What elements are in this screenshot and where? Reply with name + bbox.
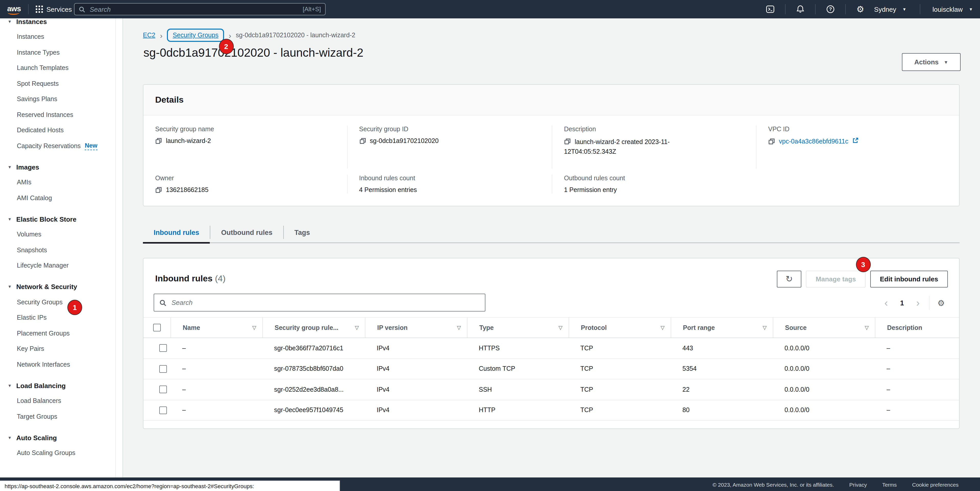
filter-icon[interactable]: ▽ <box>661 325 665 330</box>
row-checkbox[interactable] <box>159 386 167 394</box>
sidebar-item-elastic-ips[interactable]: Elastic IPs <box>0 310 123 325</box>
filter-icon[interactable]: ▽ <box>457 325 461 330</box>
grid-icon <box>36 6 43 13</box>
page-number[interactable]: 1 <box>894 299 910 307</box>
next-page-icon[interactable]: › <box>910 298 926 308</box>
edit-inbound-rules-button[interactable]: Edit inbound rules <box>870 271 948 287</box>
services-menu-button[interactable]: Services <box>36 5 72 13</box>
chevron-down-icon: ▼ <box>944 59 948 65</box>
tab-bar: Inbound rules Outbound rules Tags <box>143 222 959 243</box>
copy-icon[interactable] <box>155 137 162 145</box>
rules-search-box[interactable] <box>154 293 485 311</box>
account-menu[interactable]: louiscklaw ▼ <box>932 5 973 13</box>
column-header-protocol[interactable]: Protocol▽ <box>569 318 671 338</box>
breadcrumb-link-security-groups[interactable]: Security Groups <box>173 32 218 39</box>
column-header-description[interactable]: Description <box>875 318 959 338</box>
table-row[interactable]: – sgr-0ec0ee957f1049745 IPv4 HTTP TCP 80… <box>143 400 959 421</box>
terms-link[interactable]: Terms <box>882 481 897 488</box>
vpc-link[interactable]: vpc-0a4a3c86ebfd9611c <box>779 138 848 145</box>
column-header-source[interactable]: Source▽ <box>773 318 875 338</box>
region-selector[interactable]: Sydney ▼ <box>874 5 907 13</box>
copy-icon[interactable] <box>359 137 366 145</box>
sidebar-item-target-groups[interactable]: Target Groups <box>0 409 123 424</box>
search-input[interactable] <box>89 5 299 14</box>
filter-icon[interactable]: ▽ <box>558 325 563 330</box>
chevron-down-icon: ▼ <box>902 7 907 11</box>
divider <box>929 296 929 310</box>
sidebar-item-reserved-instances[interactable]: Reserved Instances <box>0 107 123 123</box>
sidebar-item-instance-types[interactable]: Instance Types <box>0 45 123 60</box>
refresh-button[interactable]: ↻ <box>777 271 801 287</box>
tab-inbound-rules[interactable]: Inbound rules <box>143 222 210 242</box>
field-vpc-id: VPC ID vpc-0a4a3c86ebfd9611c <box>756 126 958 169</box>
select-all-checkbox[interactable] <box>153 324 161 332</box>
sidebar-item-spot-requests[interactable]: Spot Requests <box>0 76 123 91</box>
sidebar-item-dedicated-hosts[interactable]: Dedicated Hosts <box>0 123 123 138</box>
column-header-port-range[interactable]: Port range▽ <box>671 318 773 338</box>
sidebar-item-placement-groups[interactable]: Placement Groups <box>0 325 123 341</box>
column-header-name[interactable]: Name▽ <box>170 318 262 338</box>
sidebar-item-launch-templates[interactable]: Launch Templates <box>0 60 123 76</box>
chevron-down-icon: ▼ <box>8 435 12 440</box>
column-header-ip-version[interactable]: IP version▽ <box>365 318 467 338</box>
region-label: Sydney <box>874 5 896 13</box>
filter-icon[interactable]: ▽ <box>865 325 869 330</box>
sidebar-item-amis[interactable]: AMIs <box>0 175 123 190</box>
column-header-rule-id[interactable]: Security group rule...▽ <box>262 318 365 338</box>
cookie-preferences-link[interactable]: Cookie preferences <box>912 481 959 488</box>
row-checkbox[interactable] <box>159 407 167 414</box>
filter-icon[interactable]: ▽ <box>355 325 359 330</box>
row-checkbox[interactable] <box>159 344 167 352</box>
copy-icon[interactable] <box>768 138 775 145</box>
sidebar-section-elastic-block-store[interactable]: ▼ Elastic Block Store <box>0 211 123 227</box>
copy-icon[interactable] <box>155 187 162 193</box>
external-link-icon[interactable] <box>853 137 859 145</box>
divider <box>815 4 815 14</box>
copy-icon[interactable] <box>564 138 571 145</box>
filter-icon[interactable]: ▽ <box>763 325 767 330</box>
notifications-bell-icon[interactable] <box>792 5 808 14</box>
sidebar-item-capacity-reservations[interactable]: Capacity Reservations New <box>0 138 123 154</box>
previous-page-icon[interactable]: ‹ <box>878 298 894 308</box>
sidebar-section-images[interactable]: ▼ Images <box>0 159 123 175</box>
sidebar-item-savings-plans[interactable]: Savings Plans <box>0 91 123 107</box>
privacy-link[interactable]: Privacy <box>850 481 867 488</box>
sidebar-item-load-balancers[interactable]: Load Balancers <box>0 393 123 409</box>
tab-tags[interactable]: Tags <box>284 222 321 242</box>
table-row[interactable]: – sgr-0be366f77a20716c1 IPv4 HTTPS TCP 4… <box>143 338 959 359</box>
global-search-box[interactable]: [Alt+S] <box>74 3 325 15</box>
table-row[interactable]: – sgr-0252d2ee3d8a0a8... IPv4 SSH TCP 22… <box>143 379 959 400</box>
sidebar-item-security-groups[interactable]: Security Groups <box>0 294 123 310</box>
sidebar-section-network-security[interactable]: ▼ Network & Security <box>0 279 123 294</box>
breadcrumb-link-ec2[interactable]: EC2 <box>143 32 156 39</box>
sidebar-item-snapshots[interactable]: Snapshots <box>0 242 123 258</box>
cloudshell-icon[interactable] <box>762 5 778 14</box>
sidebar-section-load-balancing[interactable]: ▼ Load Balancing <box>0 378 123 393</box>
help-icon[interactable]: ? <box>822 5 838 14</box>
sidebar-item-ami-catalog[interactable]: AMI Catalog <box>0 190 123 206</box>
sidebar-section-auto-scaling[interactable]: ▼ Auto Scaling <box>0 430 123 445</box>
sidebar-item-lifecycle-manager[interactable]: Lifecycle Manager <box>0 258 123 273</box>
chevron-down-icon: ▼ <box>8 383 12 388</box>
actions-button[interactable]: Actions ▼ <box>902 53 961 71</box>
table-row[interactable]: – sgr-078735cb8bf607da0 IPv4 Custom TCP … <box>143 359 959 379</box>
account-label: louiscklaw <box>932 5 963 13</box>
sidebar-item-instances[interactable]: Instances <box>0 29 123 45</box>
sidebar-item-key-pairs[interactable]: Key Pairs <box>0 341 123 357</box>
sidebar-item-auto-scaling-groups[interactable]: Auto Scaling Groups <box>0 445 123 461</box>
row-checkbox[interactable] <box>159 365 167 373</box>
field-owner: Owner 136218662185 <box>143 175 347 193</box>
rules-search-input[interactable] <box>170 298 480 307</box>
manage-tags-button[interactable]: Manage tags <box>806 271 865 287</box>
sidebar-section-instances[interactable]: ▼ Instances <box>0 18 123 29</box>
tab-outbound-rules[interactable]: Outbound rules <box>210 222 283 242</box>
aws-logo[interactable]: aws <box>7 4 21 14</box>
chevron-down-icon: ▼ <box>8 19 12 24</box>
chevron-down-icon: ▼ <box>8 284 12 289</box>
column-header-type[interactable]: Type▽ <box>467 318 569 338</box>
sidebar-item-volumes[interactable]: Volumes <box>0 227 123 242</box>
sidebar-item-network-interfaces[interactable]: Network Interfaces <box>0 357 123 372</box>
filter-icon[interactable]: ▽ <box>252 325 256 330</box>
settings-gear-icon[interactable]: ⚙ <box>853 4 868 14</box>
table-settings-gear-icon[interactable]: ⚙ <box>932 298 950 308</box>
